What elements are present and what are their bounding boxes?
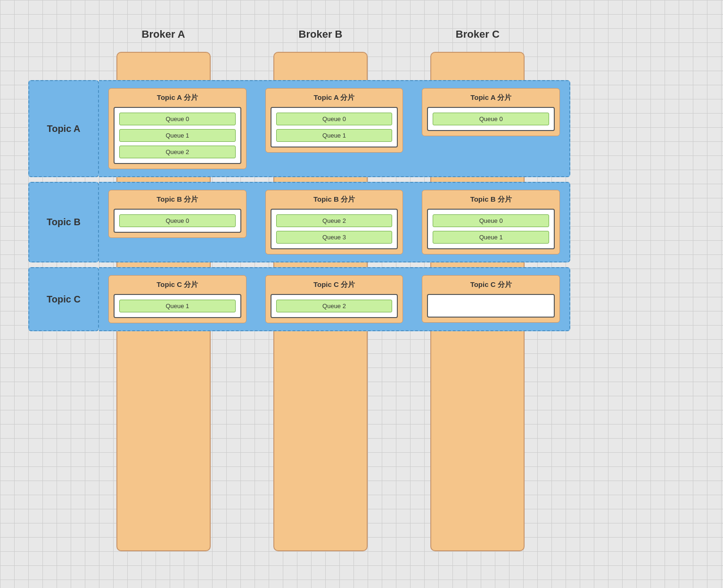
queue-item: Queue 0: [433, 214, 549, 227]
partition-label: Topic A 分片: [114, 93, 241, 102]
partition-label: Topic A 分片: [271, 93, 398, 102]
partition-label: Topic B 分片: [427, 195, 555, 204]
topic-brokers-topic-a: Topic A 分片Queue 0Queue 1Queue 2Topic A 分…: [99, 80, 570, 177]
topic-row-topic-b: Topic BTopic B 分片Queue 0Topic B 分片Queue …: [28, 182, 570, 262]
partition-label: Topic C 分片: [114, 280, 241, 289]
queues-box: Queue 0: [114, 209, 241, 233]
queue-item: Queue 3: [276, 231, 393, 244]
partition-label: Topic B 分片: [114, 195, 241, 204]
queue-item: Queue 0: [276, 113, 393, 125]
partition-cell-topic-b-broker-A: Topic B 分片Queue 0: [99, 183, 256, 261]
partition-container: Topic B 分片Queue 0: [108, 190, 246, 238]
topics-area: Topic ATopic A 分片Queue 0Queue 1Queue 2To…: [28, 80, 570, 331]
queues-box: Queue 2Queue 3: [271, 209, 398, 249]
queue-item: Queue 1: [119, 129, 236, 142]
queues-box: Queue 0: [427, 107, 555, 131]
partition-container: Topic A 分片Queue 0Queue 1Queue 2: [108, 88, 246, 169]
queues-box: Queue 0Queue 1: [427, 209, 555, 249]
partition-container: Topic C 分片: [422, 275, 560, 323]
broker-header-broker-b: Broker B: [265, 24, 375, 50]
partition-cell-topic-c-broker-C: Topic C 分片: [412, 268, 569, 330]
queues-box: Queue 0Queue 1Queue 2: [114, 107, 241, 164]
queue-item: Queue 1: [119, 300, 236, 312]
queue-item: Queue 0: [433, 113, 549, 125]
topic-label-topic-a: Topic A: [28, 80, 99, 177]
partition-label: Topic B 分片: [271, 195, 398, 204]
broker-header-broker-c: Broker C: [423, 24, 533, 50]
partition-container: Topic C 分片Queue 2: [265, 275, 403, 323]
queue-item: Queue 0: [119, 113, 236, 125]
queue-item: Queue 0: [119, 214, 236, 227]
partition-cell-topic-a-broker-C: Topic A 分片Queue 0: [412, 81, 569, 176]
partition-cell-topic-b-broker-C: Topic B 分片Queue 0Queue 1: [412, 183, 569, 261]
queues-box: [427, 294, 555, 318]
queue-item: Queue 1: [433, 231, 549, 244]
diagram-container: Broker ABroker BBroker C Topic ATopic A …: [14, 24, 570, 565]
partition-cell-topic-b-broker-B: Topic B 分片Queue 2Queue 3: [256, 183, 413, 261]
queues-box: Queue 0Queue 1: [271, 107, 398, 147]
partition-label: Topic A 分片: [427, 93, 555, 102]
topic-brokers-topic-c: Topic C 分片Queue 1Topic C 分片Queue 2Topic …: [99, 267, 570, 331]
queues-box: Queue 1: [114, 294, 241, 318]
broker-header-broker-a: Broker A: [108, 24, 218, 50]
partition-container: Topic A 分片Queue 0Queue 1: [265, 88, 403, 153]
partition-cell-topic-a-broker-A: Topic A 分片Queue 0Queue 1Queue 2: [99, 81, 256, 176]
partition-container: Topic B 分片Queue 0Queue 1: [422, 190, 560, 254]
partition-label: Topic C 分片: [427, 280, 555, 289]
queue-item: Queue 1: [276, 129, 393, 142]
broker-headers: Broker ABroker BBroker C: [85, 24, 556, 50]
topic-row-topic-c: Topic CTopic C 分片Queue 1Topic C 分片Queue …: [28, 267, 570, 331]
queue-item: Queue 2: [119, 146, 236, 158]
topic-label-topic-b: Topic B: [28, 182, 99, 262]
partition-cell-topic-c-broker-B: Topic C 分片Queue 2: [256, 268, 413, 330]
queue-item: Queue 2: [276, 300, 393, 312]
partition-cell-topic-c-broker-A: Topic C 分片Queue 1: [99, 268, 256, 330]
topic-label-topic-c: Topic C: [28, 267, 99, 331]
partition-cell-topic-a-broker-B: Topic A 分片Queue 0Queue 1: [256, 81, 413, 176]
partition-container: Topic C 分片Queue 1: [108, 275, 246, 323]
topic-brokers-topic-b: Topic B 分片Queue 0Topic B 分片Queue 2Queue …: [99, 182, 570, 262]
partition-container: Topic A 分片Queue 0: [422, 88, 560, 136]
queues-box: Queue 2: [271, 294, 398, 318]
partition-label: Topic C 分片: [271, 280, 398, 289]
partition-container: Topic B 分片Queue 2Queue 3: [265, 190, 403, 254]
topic-row-topic-a: Topic ATopic A 分片Queue 0Queue 1Queue 2To…: [28, 80, 570, 177]
queue-item: Queue 2: [276, 214, 393, 227]
